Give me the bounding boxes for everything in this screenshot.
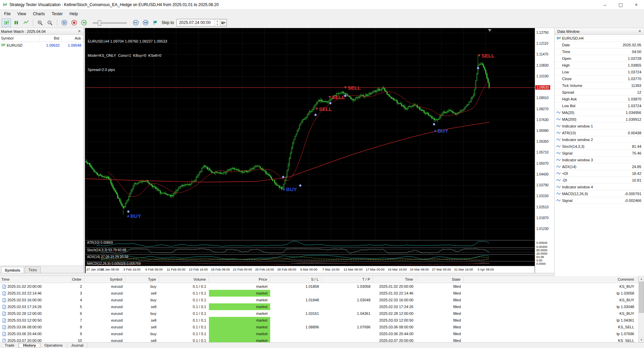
- date-spinner[interactable]: ▲▼: [215, 19, 220, 26]
- mw-column-symbol[interactable]: Symbol: [0, 35, 40, 42]
- column-header-price[interactable]: Price: [209, 276, 270, 283]
- data-window-row[interactable]: MA(200)1.039912: [555, 116, 644, 123]
- mw-column-bid[interactable]: Bid: [40, 35, 62, 42]
- data-window-row[interactable]: Indicator window 4: [555, 184, 644, 190]
- data-window-row[interactable]: ATR(10)0.00438: [555, 130, 644, 136]
- chart-mode-line-icon[interactable]: [21, 19, 30, 27]
- data-window-row[interactable]: Date2025.02.05: [555, 42, 644, 48]
- skip-flag-icon[interactable]: [151, 19, 160, 27]
- market-watch-row[interactable]: EURUSD1.095321.09548: [0, 42, 84, 49]
- tab-symbols[interactable]: Symbols: [1, 267, 24, 273]
- indicator-window-macd[interactable]: MACD(12,26,9) 0.005028 0.005769: [86, 261, 535, 266]
- column-header-sl[interactable]: S / L: [270, 276, 322, 283]
- data-window-row[interactable]: Tick Volume11393: [555, 82, 644, 89]
- cell-text: eurusd: [111, 311, 123, 316]
- tab-ticks[interactable]: Ticks: [25, 266, 41, 273]
- maximize-button[interactable]: ▢: [613, 0, 628, 9]
- indicator-window-adx[interactable]: ADX(14) 37.09 21.29 20.59: [86, 254, 535, 261]
- history-row[interactable]: 2025.03.03 12:00:507eurusdsell0.1 / 0.1m…: [0, 317, 638, 324]
- price-axis[interactable]: 1.127501.121101.114701.108301.101901.095…: [535, 28, 554, 273]
- data-window-row[interactable]: EURUSD,H4: [555, 35, 644, 42]
- tab-operations[interactable]: Operations: [40, 343, 67, 348]
- cell-text: 2025.03.07 20:00:00: [379, 339, 413, 342]
- scroll-up-icon[interactable]: ▲: [639, 276, 644, 281]
- menu-tester[interactable]: Tester: [48, 10, 66, 17]
- menu-file[interactable]: File: [1, 10, 14, 17]
- date-dropdown-button[interactable]: ▦▾: [220, 19, 227, 26]
- indicator-window-atr[interactable]: ATR(10) 0.00869: [86, 240, 535, 248]
- data-window-row[interactable]: ADX(14)24.85: [555, 163, 644, 170]
- history-row[interactable]: 2025.01.02 20:00:002eurusdbuy0.1 / 0.1ma…: [0, 283, 638, 290]
- history-scrollbar[interactable]: ▲ ▼: [638, 276, 644, 342]
- minimize-button[interactable]: –: [597, 0, 613, 9]
- skip-to-date-field[interactable]: 2025.07.24 00:00 ▲▼ ▦▾: [176, 19, 227, 26]
- menu-view[interactable]: View: [14, 10, 29, 17]
- history-row[interactable]: 2025.01.03 22:14:463eurusdsell0.1 / 0.1m…: [0, 290, 638, 297]
- slider-thumb[interactable]: [98, 20, 101, 26]
- pause-test-icon[interactable]: [60, 19, 69, 27]
- rewind-icon[interactable]: [79, 19, 88, 27]
- data-window-row[interactable]: -DI10.81: [555, 177, 644, 184]
- data-window-row[interactable]: High Ask1.03870: [555, 96, 644, 102]
- column-header-time2[interactable]: Time: [373, 276, 416, 283]
- price-axis-label: 1.01870: [536, 216, 549, 220]
- data-window-row[interactable]: Spread12: [555, 89, 644, 96]
- column-header-comment[interactable]: Comment: [464, 276, 638, 283]
- zoom-out-icon[interactable]: [45, 19, 55, 27]
- data-window-row[interactable]: Indicator window 3: [555, 157, 644, 163]
- data-window-row[interactable]: MACD(12,26,9)-0.000791: [555, 190, 644, 197]
- data-window-row[interactable]: Open1.03728: [555, 55, 644, 62]
- tab-history[interactable]: History: [19, 343, 40, 348]
- history-row[interactable]: 2025.02.28 12:00:006eurusdbuy0.1 / 0.1ma…: [0, 310, 638, 317]
- data-window-row[interactable]: MA(20)1.034956: [555, 109, 644, 116]
- skip-to-end-icon[interactable]: [141, 19, 150, 27]
- column-header-tp[interactable]: T / P: [322, 276, 373, 283]
- menu-help[interactable]: Help: [66, 10, 81, 17]
- scroll-down-icon[interactable]: ▼: [639, 337, 644, 342]
- indicator-window-stoch[interactable]: Stoch(14,3,3) 53.79 60.68: [86, 248, 535, 254]
- fast-forward-icon[interactable]: [131, 19, 140, 27]
- data-window-row[interactable]: +DI18.42: [555, 170, 644, 177]
- data-window-row[interactable]: Low1.03724: [555, 69, 644, 75]
- menu-charts[interactable]: Charts: [29, 10, 48, 17]
- stop-test-icon[interactable]: [69, 19, 79, 27]
- data-window-row[interactable]: Indicator window 1: [555, 123, 644, 130]
- column-header-order[interactable]: Order: [72, 276, 85, 283]
- history-row[interactable]: 2025.02.03 16:00:004eurusdbuy0.1 / 0.1ma…: [0, 297, 638, 303]
- dw-value: 11393: [631, 84, 644, 88]
- data-window-row[interactable]: Signal-0.002466: [555, 197, 644, 204]
- data-window-close-icon[interactable]: ✕: [637, 29, 643, 33]
- zoom-in-icon[interactable]: [36, 19, 45, 27]
- data-window-row[interactable]: Indicator window 2: [555, 136, 644, 143]
- history-row[interactable]: 2025.03.06 08:00:008eurusdsell0.1 / 0.1m…: [0, 324, 638, 330]
- horizontal-splitter[interactable]: [0, 273, 554, 276]
- dw-value: 24.85: [632, 165, 644, 169]
- speed-slider[interactable]: [92, 19, 127, 27]
- column-header-symbol[interactable]: Symbol: [85, 276, 125, 283]
- tab-journal[interactable]: Journal: [67, 343, 88, 348]
- data-window-row[interactable]: Signal75.46: [555, 150, 644, 157]
- history-row[interactable]: 2025.02.03 17:24:265eurusdsell0.1 / 0.1m…: [0, 303, 638, 310]
- market-watch-close-icon[interactable]: ✕: [77, 29, 82, 33]
- history-row[interactable]: 2025.03.07 20:00:0010eurusdsell0.1 / 0.1…: [0, 337, 638, 342]
- data-window-row[interactable]: High1.03855: [555, 62, 644, 69]
- close-button[interactable]: ×: [628, 0, 644, 9]
- column-header-volume[interactable]: Volume: [159, 276, 209, 283]
- time-axis[interactable]: 27 Jan 202530 Jan 08:003 Feb 16:006 Feb …: [86, 266, 535, 273]
- column-header-state[interactable]: State: [416, 276, 464, 283]
- scrollbar-thumb[interactable]: [639, 282, 644, 313]
- tab-trade[interactable]: Trade: [1, 343, 19, 348]
- data-window-row[interactable]: Close1.03770: [555, 75, 644, 82]
- column-header-type[interactable]: Type: [125, 276, 159, 283]
- skip-to-date-value[interactable]: 2025.07.24 00:00: [177, 19, 215, 26]
- history-row[interactable]: 2025.03.06 20:44:009eurusdbuy0.1 / 0.1ma…: [0, 330, 638, 337]
- pause-chart-icon[interactable]: [12, 19, 21, 27]
- data-window-row[interactable]: Stoch(14,3,3)81.44: [555, 143, 644, 150]
- dw-label: Spread: [555, 90, 574, 94]
- chart-mode-candles-icon[interactable]: [2, 19, 11, 27]
- data-window-row[interactable]: Low Bid1.03724: [555, 102, 644, 109]
- cell-order: 7: [72, 317, 85, 324]
- data-window-row[interactable]: Time04:00: [555, 48, 644, 55]
- mw-column-ask[interactable]: Ask: [62, 35, 83, 42]
- column-header-time[interactable]: Time: [0, 276, 72, 283]
